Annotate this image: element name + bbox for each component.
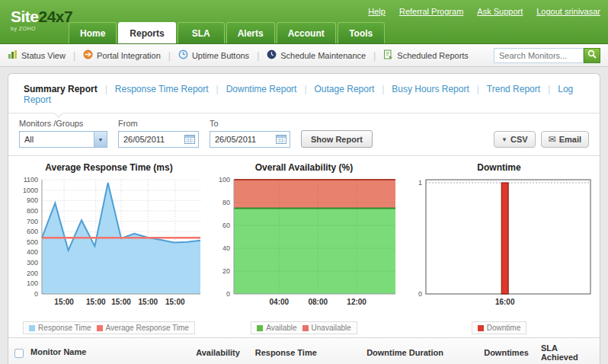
report-tab-downtime-report[interactable]: Downtime Report <box>226 84 297 94</box>
toolbar-items: Status View|Portal Integration|Uptime Bu… <box>8 49 469 61</box>
report-tab-separator: | <box>382 84 384 94</box>
report-tab-summary-report[interactable]: Summary Report <box>24 84 98 94</box>
report-tab-separator: | <box>548 84 550 94</box>
chart-title: Average Response Time (ms) <box>11 162 206 173</box>
legend-swatch <box>257 325 263 331</box>
select-all-checkbox[interactable] <box>14 349 24 358</box>
logo-site: Site <box>11 8 39 25</box>
monitors-groups-select[interactable]: All ▼ <box>19 131 107 148</box>
svg-text:15:00: 15:00 <box>54 298 74 306</box>
email-button-label: Email <box>559 135 581 144</box>
svg-text:600: 600 <box>27 228 38 235</box>
portal-integration-icon <box>83 49 97 61</box>
svg-text:900: 900 <box>27 196 38 204</box>
email-button[interactable]: ✉Email <box>541 131 589 148</box>
legend-swatch <box>29 325 35 331</box>
nav-tab-account[interactable]: Account <box>277 22 336 43</box>
header-link[interactable]: Referral Program <box>399 7 463 16</box>
scheduled-reports-icon <box>383 49 397 61</box>
charts-row: Average Response Time (ms)01002003004005… <box>8 156 600 337</box>
to-date-value: 26/05/2011 <box>210 135 276 144</box>
col-header-monitor-name: Monitor Name <box>8 338 190 364</box>
to-label: To <box>210 119 290 128</box>
legend-label: Downtime <box>487 324 520 332</box>
nav-tab-home[interactable]: Home <box>69 22 117 43</box>
col-header-label: Downtimes <box>484 348 529 357</box>
svg-text:300: 300 <box>27 259 38 267</box>
svg-text:12:00: 12:00 <box>347 298 366 306</box>
svg-text:1100: 1100 <box>24 176 38 184</box>
report-tab-outage-report[interactable]: Outage Report <box>315 84 375 94</box>
report-tab-busy-hours-report[interactable]: Busy Hours Report <box>392 84 469 94</box>
nav-tab-tools[interactable]: Tools <box>338 22 385 43</box>
svg-text:0: 0 <box>226 290 230 298</box>
col-header-availability: Availability <box>190 338 249 364</box>
report-panel: Summary Report|Response Time Report|Down… <box>8 73 600 364</box>
chart-average-response-time-ms-: Average Response Time (ms)01002003004005… <box>11 161 206 334</box>
svg-text:1000: 1000 <box>23 187 38 194</box>
toolbar-item-status-view[interactable]: Status View <box>8 49 66 61</box>
header-link[interactable]: Ask Support <box>477 7 523 16</box>
legend-label: Response Time <box>38 324 91 332</box>
toolbar-separator: | <box>168 50 171 61</box>
status-view-icon <box>8 49 21 61</box>
col-header-response-time: Response Time <box>249 338 360 364</box>
col-header-label: Availability <box>196 348 240 357</box>
svg-text:500: 500 <box>27 238 38 246</box>
svg-text:80: 80 <box>222 199 230 206</box>
report-tab-separator: | <box>477 84 479 94</box>
legend-swatch <box>97 325 103 331</box>
svg-text:60: 60 <box>222 222 230 229</box>
svg-text:100: 100 <box>219 176 230 184</box>
chart-legend: Response TimeAverage Response Time <box>23 321 195 334</box>
content-wrap: Summary Report|Response Time Report|Down… <box>0 67 608 364</box>
from-date-input[interactable]: 26/05/2011 <box>118 131 199 148</box>
monitor-table: Monitor NameAvailabilityResponse TimeDow… <box>8 338 600 364</box>
search-button[interactable] <box>584 48 600 63</box>
monitors-groups-value: All <box>20 135 94 144</box>
toolbar-item-schedule-maintenance[interactable]: Schedule Maintenance <box>267 49 366 61</box>
app-header: Site24x7 by ZOHO HelpReferral ProgramAsk… <box>0 0 608 44</box>
report-tab-response-time-report[interactable]: Response Time Report <box>115 84 209 94</box>
toolbar-item-portal-integration[interactable]: Portal Integration <box>83 49 161 61</box>
header-link[interactable]: Logout srinivasar <box>536 7 600 16</box>
toolbar-item-label: Status View <box>21 51 66 60</box>
toolbar-item-scheduled-reports[interactable]: Scheduled Reports <box>383 49 469 61</box>
nav-tab-reports[interactable]: Reports <box>118 22 175 43</box>
svg-text:700: 700 <box>27 218 38 225</box>
main-nav-tabs: HomeReportsSLAAlertsAccountTools <box>69 22 386 43</box>
show-report-button[interactable]: Show Report <box>301 130 373 148</box>
to-date-field: To 26/05/2011 <box>210 119 290 148</box>
header-link[interactable]: Help <box>368 7 386 16</box>
logo: Site24x7 by ZOHO <box>11 8 72 31</box>
toolbar-item-label: Scheduled Reports <box>397 51 469 60</box>
nav-tab-alerts[interactable]: Alerts <box>226 22 275 43</box>
svg-text:200: 200 <box>27 270 38 277</box>
calendar-icon <box>276 134 290 145</box>
report-tab-separator: | <box>216 84 219 94</box>
legend-swatch <box>478 325 484 331</box>
export-buttons: ▼CSV ✉Email <box>488 131 589 148</box>
monitor-table-area: Monitor NameAvailabilityResponse TimeDow… <box>8 337 600 364</box>
envelope-icon: ✉ <box>549 134 556 145</box>
svg-text:800: 800 <box>27 207 38 215</box>
chart-downtime: Downtime0116:00Downtime <box>402 161 597 334</box>
col-header-label: SLA Achieved <box>541 343 578 362</box>
svg-text:15:00: 15:00 <box>139 298 158 306</box>
col-header-sla-achieved: SLA Achieved <box>535 338 600 364</box>
chart-overall-availability-: Overall Availability (%)02040608010004:0… <box>206 161 402 334</box>
nav-tab-sla[interactable]: SLA <box>178 22 225 43</box>
csv-button[interactable]: ▼CSV <box>494 131 536 148</box>
search-input[interactable] <box>494 48 584 63</box>
chart-title: Downtime <box>402 162 597 173</box>
svg-text:15:00: 15:00 <box>111 298 131 306</box>
to-date-input[interactable]: 26/05/2011 <box>210 131 290 148</box>
table-header-row: Monitor NameAvailabilityResponse TimeDow… <box>8 338 600 364</box>
report-tab-trend-report[interactable]: Trend Report <box>487 84 540 94</box>
search-box <box>494 48 600 63</box>
svg-text:100: 100 <box>27 279 38 287</box>
toolbar-item-uptime-buttons[interactable]: Uptime Buttons <box>178 49 249 61</box>
legend-label: Available <box>266 324 296 332</box>
report-tab-separator: | <box>105 84 107 94</box>
chart-legend: AvailableUnavailable <box>251 321 357 334</box>
